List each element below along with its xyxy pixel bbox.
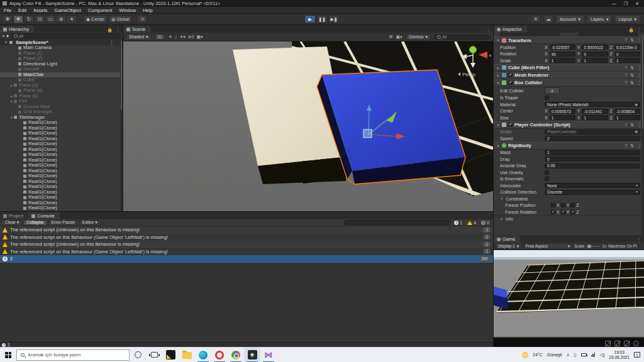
layout-dropdown[interactable]: Layout▾ [614,15,640,23]
y-field[interactable]: 0.5000022 [582,45,608,50]
menu-gameobject[interactable]: GameObject [55,8,81,13]
step-button[interactable]: ▶❚ [328,15,340,23]
scale-slider[interactable] [586,246,600,247]
kebab-menu-icon[interactable]: ⋮ [637,238,641,243]
foldout-icon[interactable]: ▾ [4,40,8,45]
is-kinematic-checkbox[interactable] [545,177,549,181]
kebab-menu-icon[interactable]: ⋮ [637,123,641,128]
z-field[interactable]: 1 [614,115,640,120]
presets-icon[interactable]: ⇅ [630,143,634,148]
tab-console[interactable]: Console [28,212,60,219]
kebab-menu-icon[interactable]: ⋮ [637,73,641,78]
freeze-rot-z-checkbox[interactable] [570,210,575,214]
transform-component-header[interactable]: ▾ Transform ?⇅⋮ [494,36,644,44]
z-field[interactable]: 0 [614,52,640,57]
hierarchy-item[interactable]: Plane (1) [0,51,123,57]
weather-sun-icon[interactable] [522,352,528,358]
help-icon[interactable]: ? [625,123,627,128]
hierarchy-item[interactable]: RealG(Clone) [0,158,123,163]
taskbar-search-input[interactable]: Aramak için buraya yazın [16,349,130,361]
custom-tool-icon[interactable]: ✦ [67,15,77,23]
shading-mode-dropdown[interactable]: Shaded▾ [126,34,152,40]
hierarchy-item[interactable]: ▾TileManager [0,115,123,121]
close-button[interactable]: ✕ [635,1,639,6]
menu-component[interactable]: Component [88,8,113,13]
clear-button[interactable]: Clear▾ [2,220,22,226]
foldout-icon[interactable]: ▾ [500,197,504,200]
z-field[interactable]: -0.005804 [614,109,640,114]
hierarchy-item[interactable]: ▸Plane (3) [0,83,123,89]
muted-icon[interactable] [605,341,611,346]
z-field[interactable]: 1 [614,58,640,63]
speed-field[interactable]: 2 [545,136,640,141]
hierarchy-item[interactable]: RealG(Clone) [0,126,123,131]
y-field[interactable]: -0.011441 [582,109,608,114]
hierarchy-item[interactable]: RealG(Clone) [0,141,123,147]
rigidbody-component-header[interactable]: ▾ Rigidbody ?⇅⋮ [494,142,644,150]
console-message[interactable]: The referenced script on this Behaviour … [0,248,493,256]
hidden-objects-icon[interactable]: ⊘0 [188,35,194,40]
scene-audio-icon[interactable]: ♪ [175,35,177,39]
mass-field[interactable]: 1 [545,150,640,155]
hierarchy-item[interactable]: RealG(Clone) [0,206,123,211]
hierarchy-item[interactable]: RealG(Clone) [0,120,123,126]
console-search-input[interactable] [344,220,451,225]
angular-drag-field[interactable]: 0.05 [545,163,640,168]
foldout-icon[interactable]: ▾ [496,123,500,127]
weather-temp[interactable]: 24°C [533,353,543,357]
kebab-menu-icon[interactable]: ⋮ [637,38,641,43]
presets-icon[interactable]: ⇅ [630,73,634,78]
console-message[interactable]: The referenced script on this Behaviour … [0,234,493,241]
y-field[interactable]: 0 [582,52,608,57]
hierarchy-item[interactable]: RealG(Clone) [0,168,123,174]
error-count-badge[interactable]: !0 [479,221,491,225]
object-picker-icon[interactable]: ◉ [635,129,638,134]
help-icon[interactable]: ? [625,38,627,43]
y-field[interactable]: 1 [582,58,608,63]
material-object-field[interactable]: None (Physic Material)◉ [545,102,640,107]
x-field[interactable]: 1 [550,58,575,63]
hierarchy-item[interactable]: Directional Light [0,62,123,67]
pivot-toggle-button[interactable]: ◉Center [83,15,108,23]
script-object-field[interactable]: PlayerController◉ [545,129,640,134]
display-dropdown[interactable]: Display 1▾ [496,243,521,249]
unity-taskbar-button[interactable]: ◈ [244,348,260,362]
toggle-2d-button[interactable]: 2D [154,34,166,40]
muted-icon[interactable] [614,341,620,346]
mesh-renderer-component-header[interactable]: ▸ Mesh Renderer ?⇅⋮ [494,72,644,79]
kebab-menu-icon[interactable]: ⋮ [637,80,641,85]
console-message[interactable]: 2390 [0,255,493,263]
start-button[interactable] [0,348,16,362]
foldout-icon[interactable]: ▾ [496,144,500,148]
interpolate-dropdown[interactable]: None▾ [545,183,640,188]
battery-icon[interactable] [581,353,587,356]
hierarchy-item[interactable]: Ground New [0,104,123,110]
network-signal-icon[interactable] [591,353,596,357]
phone-icon[interactable]: ▯ [574,352,577,358]
visual-studio-button[interactable]: ⋈ [260,348,277,362]
layers-dropdown[interactable]: Layers▾ [587,15,613,23]
player-controller-component-header[interactable]: ▾ Player Controller (Script) ?⇅⋮ [494,121,644,129]
editor-dropdown[interactable]: Editor▾ [79,220,101,226]
kebab-menu-icon[interactable]: ⋮ [637,143,641,148]
hierarchy-item[interactable]: RealG(Clone) [0,179,123,185]
object-picker-icon[interactable]: ◉ [635,102,638,107]
foldout-icon[interactable]: ▸ [500,217,504,221]
hierarchy-item[interactable]: Main Camera [0,45,123,51]
scene-effects-icon[interactable]: ✦▾ [179,35,185,40]
console-message[interactable]: The referenced script (Unknown) on this … [0,241,493,248]
component-enabled-checkbox[interactable] [508,80,513,85]
presets-icon[interactable]: ⇅ [630,80,634,85]
drag-field[interactable]: 0 [545,156,640,162]
account-dropdown[interactable]: Account▾ [556,15,584,23]
x-field[interactable]: 1 [550,115,575,120]
hierarchy-item[interactable]: RealG(Clone) [0,163,123,168]
hierarchy-item[interactable]: RealG(Clone) [0,200,123,206]
hierarchy-item[interactable]: RealG(Clone) [0,190,123,195]
help-icon[interactable]: ? [625,73,627,78]
gizmos-dropdown[interactable]: Gizmos▾ [406,34,431,40]
component-enabled-checkbox[interactable] [508,123,513,127]
chrome-button[interactable] [228,348,244,362]
x-field[interactable]: 90 [550,52,575,57]
foldout-icon[interactable]: ▾ [496,38,500,42]
